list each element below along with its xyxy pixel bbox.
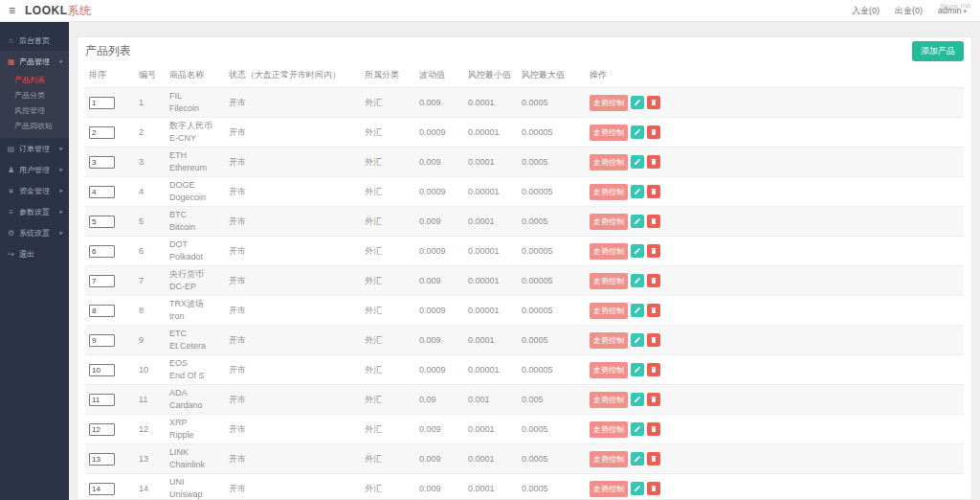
delete-button[interactable] xyxy=(647,333,660,347)
sort-input[interactable] xyxy=(89,334,115,347)
sort-input[interactable] xyxy=(89,216,115,228)
trend-control-button[interactable]: 走势控制 xyxy=(590,214,628,230)
risk-min-cell: 0.0001 xyxy=(464,444,518,474)
status-cell: 开市 xyxy=(225,385,361,415)
delete-button[interactable] xyxy=(647,96,660,109)
edit-button[interactable] xyxy=(631,244,644,258)
table-row: 3ETHEthereum开市外汇0.0090.00010.0005走势控制 xyxy=(85,148,964,177)
sidebar-subitem-产品列表[interactable]: 产品列表 xyxy=(0,72,69,87)
sort-input[interactable] xyxy=(89,423,115,436)
trend-control-button[interactable]: 走势控制 xyxy=(590,362,628,378)
delete-button[interactable] xyxy=(647,185,660,198)
edit-button[interactable] xyxy=(631,333,644,347)
sort-input[interactable] xyxy=(89,453,115,466)
name-cell: ETHEthereum xyxy=(166,148,225,177)
trend-control-button[interactable]: 走势控制 xyxy=(590,273,628,289)
edit-button[interactable] xyxy=(631,274,644,287)
withdraw-link[interactable]: 出金(0) xyxy=(895,5,923,17)
sort-input[interactable] xyxy=(89,364,115,376)
delete-button[interactable] xyxy=(647,482,660,495)
sidebar-item-后台首页[interactable]: ⌂后台首页 xyxy=(0,30,69,51)
volatility-cell: 0.009 xyxy=(415,88,464,118)
delete-button[interactable] xyxy=(647,363,660,376)
add-product-button[interactable]: 添加产品 xyxy=(912,41,964,61)
delete-button[interactable] xyxy=(647,452,660,466)
sidebar-item-用户管理[interactable]: ♟用户管理▸ xyxy=(0,159,69,180)
edit-button[interactable] xyxy=(631,304,644,317)
params-icon: ≡ xyxy=(6,208,16,216)
delete-button[interactable] xyxy=(647,422,660,436)
product-ticker: XRP xyxy=(169,417,221,429)
sort-input[interactable] xyxy=(89,394,115,406)
category-cell: 外汇 xyxy=(361,148,415,177)
name-cell: 数字人民币E-CNY xyxy=(166,118,225,148)
column-header: 操作 xyxy=(586,64,964,88)
deposit-link[interactable]: 入金(0) xyxy=(852,5,880,17)
trash-icon xyxy=(650,307,657,314)
sidebar-item-label: 退出 xyxy=(19,249,34,260)
sort-input[interactable] xyxy=(89,305,115,317)
table-header-row: 排序编号商品名称状态（大盘正常开市时间内）所属分类波动值风控最小值风控最大值操作 xyxy=(85,64,964,88)
sort-input[interactable] xyxy=(89,483,115,495)
sidebar-subitem-产品回收站[interactable]: 产品回收站 xyxy=(0,118,69,133)
sidebar-subitem-产品分类[interactable]: 产品分类 xyxy=(0,87,69,102)
status-cell: 开市 xyxy=(225,177,361,207)
sidebar-item-参数设置[interactable]: ≡参数设置▸ xyxy=(0,201,69,222)
edit-button[interactable] xyxy=(631,363,644,376)
trend-control-button[interactable]: 走势控制 xyxy=(590,332,628,349)
topbar: ≡ LOOKL系统 入金(0) 出金(0) admin▾ xyxy=(0,0,980,22)
sidebar-item-产品管理[interactable]: ▦产品管理▸ xyxy=(0,51,69,72)
edit-button[interactable] xyxy=(631,96,644,109)
delete-button[interactable] xyxy=(647,125,660,139)
trend-control-button[interactable]: 走势控制 xyxy=(590,392,628,408)
sort-input[interactable] xyxy=(89,97,115,109)
status-cell: 开市 xyxy=(225,207,361,237)
sidebar-subitem-风控管理[interactable]: 风控管理 xyxy=(0,102,69,118)
edit-button[interactable] xyxy=(631,185,644,198)
trend-control-button[interactable]: 走势控制 xyxy=(590,243,628,260)
sort-input[interactable] xyxy=(89,275,115,287)
delete-button[interactable] xyxy=(647,304,660,317)
trend-control-button[interactable]: 走势控制 xyxy=(590,184,628,200)
sidebar-item-订单管理[interactable]: ▤订单管理▸ xyxy=(0,138,69,159)
sort-input[interactable] xyxy=(89,245,115,258)
sort-input[interactable] xyxy=(89,156,115,169)
row-actions: 走势控制 xyxy=(590,303,960,319)
delete-button[interactable] xyxy=(647,244,660,258)
trend-control-button[interactable]: 走势控制 xyxy=(590,154,628,170)
delete-button[interactable] xyxy=(647,274,660,287)
edit-button[interactable] xyxy=(631,422,644,436)
sidebar-item-退出[interactable]: ↪退出 xyxy=(0,243,69,264)
edit-button[interactable] xyxy=(631,452,644,466)
edit-button[interactable] xyxy=(631,482,644,495)
row-actions: 走势控制 xyxy=(590,125,960,141)
sidebar-item-系统设置[interactable]: ⚙系统设置▸ xyxy=(0,222,69,243)
user-menu[interactable]: admin▾ xyxy=(938,6,967,15)
trend-control-button[interactable]: 走势控制 xyxy=(590,95,628,111)
trend-control-button[interactable]: 走势控制 xyxy=(590,451,628,467)
trash-icon xyxy=(650,366,657,374)
trend-control-button[interactable]: 走势控制 xyxy=(590,125,628,141)
orders-icon: ▤ xyxy=(6,145,16,153)
hamburger-icon[interactable]: ≡ xyxy=(9,5,15,16)
trend-control-button[interactable]: 走势控制 xyxy=(590,303,628,319)
sidebar-item-资金管理[interactable]: ¥资金管理▸ xyxy=(0,180,69,201)
delete-button[interactable] xyxy=(647,155,660,169)
edit-button[interactable] xyxy=(631,215,644,228)
edit-button[interactable] xyxy=(631,125,644,139)
delete-button[interactable] xyxy=(647,215,660,228)
trend-control-button[interactable]: 走势控制 xyxy=(590,421,628,438)
sort-input[interactable] xyxy=(89,186,115,198)
product-table: 排序编号商品名称状态（大盘正常开市时间内）所属分类波动值风控最小值风控最大值操作… xyxy=(85,64,964,500)
delete-button[interactable] xyxy=(647,393,660,406)
edit-button[interactable] xyxy=(631,393,644,406)
product-ticker: BTC xyxy=(169,209,221,221)
edit-button[interactable] xyxy=(631,155,644,169)
row-actions: 走势控制 xyxy=(590,392,960,408)
trash-icon xyxy=(650,158,657,166)
pencil-icon xyxy=(634,247,641,255)
sort-input[interactable] xyxy=(89,126,115,139)
column-header: 波动值 xyxy=(415,64,464,88)
trend-control-button[interactable]: 走势控制 xyxy=(590,481,628,497)
actions-cell: 走势控制 xyxy=(586,355,964,385)
